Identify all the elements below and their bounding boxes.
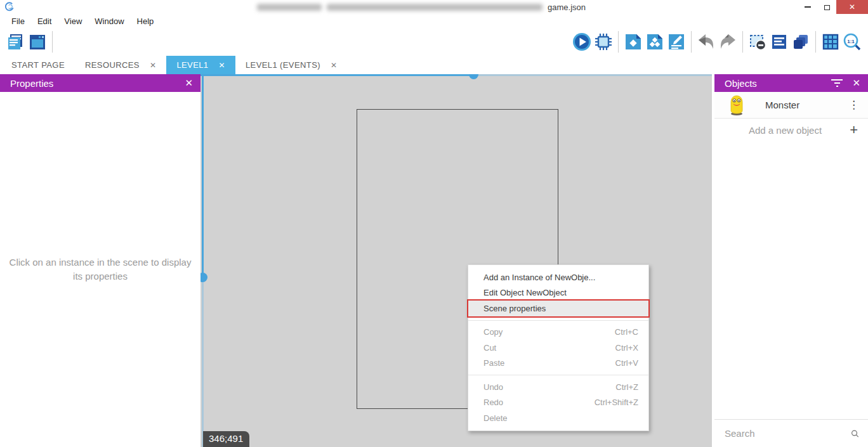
horizontal-scrollbar-thumb[interactable]	[469, 74, 478, 79]
object-list-item-monster[interactable]: Monster ⋮	[714, 92, 868, 119]
debug-icon	[594, 32, 613, 51]
horizontal-scrollbar[interactable]	[201, 74, 712, 76]
context-menu-cut[interactable]: Cut Ctrl+X	[468, 340, 648, 356]
shortcut-label: Ctrl+Z	[615, 382, 638, 392]
context-menu-scene-properties[interactable]: Scene properties	[468, 301, 648, 316]
toolbar-separator	[618, 31, 619, 53]
redacted-title-segment	[327, 4, 542, 11]
tab-close-icon[interactable]: ✕	[331, 61, 337, 70]
undo-button[interactable]	[695, 31, 717, 53]
objects-panel-title: Objects	[725, 78, 757, 89]
redo-button[interactable]	[717, 31, 739, 53]
properties-panel-title: Properties	[10, 78, 53, 89]
window-title: game.json	[257, 0, 586, 14]
objects-list-button[interactable]	[768, 31, 790, 53]
redo-icon	[718, 32, 737, 51]
title-bar: game.json ✕	[0, 0, 868, 14]
search-input[interactable]	[725, 428, 851, 439]
layers-button[interactable]	[790, 31, 812, 53]
menu-bar: File Edit View Window Help	[0, 14, 868, 28]
vertical-scrollbar-thumb[interactable]	[201, 273, 207, 282]
project-manager-button[interactable]	[5, 31, 27, 53]
tab-close-icon[interactable]: ✕	[150, 61, 156, 70]
toggle-mask-icon	[748, 32, 767, 51]
start-page-button[interactable]	[27, 31, 48, 53]
toolbar: 1:1	[0, 28, 868, 56]
shortcut-label: Ctrl+V	[615, 358, 638, 368]
context-menu-paste[interactable]: Paste Ctrl+V	[468, 356, 648, 372]
tab-close-icon[interactable]: ✕	[218, 61, 225, 70]
menu-window[interactable]: Window	[88, 16, 130, 26]
tab-level1[interactable]: LEVEL1 ✕	[166, 56, 235, 74]
add-object-label: Add a new object	[749, 125, 850, 136]
scene-canvas[interactable]: 346;491 Add an Instance of NewObje... Ed…	[201, 74, 712, 447]
undo-icon	[697, 32, 716, 51]
close-panel-icon[interactable]: ✕	[185, 77, 193, 89]
monster-thumbnail-icon	[728, 94, 745, 116]
context-menu-undo[interactable]: Undo Ctrl+Z	[468, 379, 648, 395]
add-object-button[interactable]	[644, 31, 666, 53]
properties-empty-message: Click on an instance in the scene to dis…	[8, 256, 192, 283]
close-icon: ✕	[849, 3, 855, 11]
context-menu-separator	[468, 320, 648, 321]
properties-panel: Properties ✕ Click on an instance in the…	[0, 74, 201, 447]
context-menu: Add an Instance of NewObje... Edit Objec…	[468, 264, 649, 431]
context-menu-add-instance[interactable]: Add an Instance of NewObje...	[468, 269, 648, 285]
tab-level1-events[interactable]: LEVEL1 (EVENTS) ✕	[235, 56, 347, 74]
menu-view[interactable]: View	[58, 16, 88, 26]
edit-scene-properties-button[interactable]	[666, 31, 687, 53]
plus-icon[interactable]: +	[850, 123, 858, 137]
objects-search-bar	[714, 419, 868, 447]
context-menu-delete[interactable]: Delete	[468, 410, 648, 426]
play-button[interactable]	[571, 31, 593, 53]
vertical-scrollbar[interactable]	[202, 74, 204, 447]
minimize-icon	[805, 6, 811, 8]
restore-icon	[824, 5, 830, 10]
export-page-icon	[624, 32, 643, 51]
more-options-icon[interactable]: ⋮	[848, 98, 859, 112]
redacted-title-segment	[257, 4, 322, 11]
edit-scene-icon	[667, 32, 686, 51]
grid-button[interactable]	[820, 31, 841, 53]
menu-file[interactable]: File	[5, 16, 31, 26]
objects-list-icon	[770, 32, 789, 51]
add-object-page-icon	[645, 32, 664, 51]
add-object-row[interactable]: Add a new object +	[714, 119, 868, 141]
shortcut-label: Ctrl+C	[615, 327, 638, 337]
context-menu-edit-object[interactable]: Edit Object NewObject	[468, 285, 648, 301]
zoom-1-1-icon: 1:1	[843, 32, 862, 51]
menu-edit[interactable]: Edit	[31, 16, 58, 26]
gdevelop-logo-icon	[5, 2, 15, 12]
editor-tabs: START PAGE RESOURCES ✕ LEVEL1 ✕ LEVEL1 (…	[0, 56, 868, 74]
restore-button[interactable]	[817, 0, 836, 14]
cursor-coordinates: 346;491	[203, 431, 249, 447]
search-icon[interactable]	[851, 427, 859, 440]
debug-button[interactable]	[593, 31, 614, 53]
toolbar-separator	[52, 31, 53, 53]
properties-panel-header: Properties ✕	[0, 74, 201, 92]
close-window-button[interactable]: ✕	[836, 0, 868, 14]
objects-panel: Objects ✕ Monster ⋮ Add a new object +	[714, 74, 868, 447]
tab-resources[interactable]: RESOURCES ✕	[75, 56, 166, 74]
project-manager-icon	[6, 32, 25, 51]
context-menu-redo[interactable]: Redo Ctrl+Shift+Z	[468, 395, 648, 411]
menu-help[interactable]: Help	[131, 16, 161, 26]
context-menu-separator	[468, 375, 648, 375]
window-title-filename: game.json	[548, 3, 586, 12]
grid-icon	[821, 32, 840, 51]
filter-icon[interactable]	[831, 79, 843, 87]
toolbar-separator	[815, 31, 816, 53]
toggle-mask-button[interactable]	[747, 31, 768, 53]
export-button[interactable]	[622, 31, 644, 53]
context-menu-copy[interactable]: Copy Ctrl+C	[468, 325, 648, 340]
close-panel-icon[interactable]: ✕	[852, 77, 860, 89]
objects-panel-header: Objects ✕	[714, 74, 868, 92]
shortcut-label: Ctrl+X	[615, 343, 638, 353]
minimize-button[interactable]	[798, 0, 817, 14]
zoom-1-1-button[interactable]: 1:1	[841, 31, 863, 53]
toolbar-separator	[742, 31, 743, 53]
tab-start-page[interactable]: START PAGE	[1, 56, 75, 74]
object-name: Monster	[765, 100, 848, 110]
layers-icon	[791, 32, 810, 51]
toolbar-separator	[691, 31, 692, 53]
